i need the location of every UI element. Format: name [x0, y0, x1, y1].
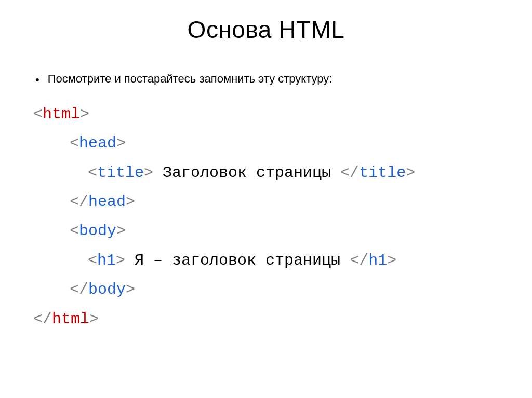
tag-body: body: [79, 222, 116, 240]
angle-open-slash: </: [350, 252, 368, 269]
angle-open-slash: </: [70, 281, 88, 298]
angle-open: <: [70, 222, 79, 240]
code-block: <html> <head> <title> Заголовок страницы…: [21, 100, 511, 334]
tag-h1-close: h1: [368, 252, 387, 269]
angle-close: >: [126, 193, 135, 211]
slide-title: Основа HTML: [21, 16, 511, 44]
angle-close: >: [387, 252, 396, 269]
angle-close: >: [116, 134, 126, 152]
code-line-h1: <h1> Я – заголовок страницы </h1>: [33, 246, 511, 275]
bullet-item: • Посмотрите и постарайтесь запомнить эт…: [21, 72, 511, 88]
angle-open: <: [33, 105, 43, 123]
angle-open: <: [88, 252, 97, 269]
angle-close: >: [144, 164, 153, 182]
code-line-open-body: <body>: [33, 216, 511, 245]
tag-h1: h1: [97, 252, 116, 269]
tag-body-close: body: [88, 281, 126, 298]
angle-close: >: [116, 252, 125, 269]
tag-head-close: head: [88, 193, 126, 211]
code-line-close-head: </head>: [33, 187, 511, 216]
tag-title-close: title: [359, 164, 406, 182]
tag-html: html: [43, 105, 80, 123]
h1-text: Я – заголовок страницы: [125, 252, 350, 269]
angle-open: <: [70, 134, 79, 152]
bullet-text: Посмотрите и постарайтесь запомнить эту …: [48, 72, 332, 86]
angle-open: <: [88, 164, 97, 182]
tag-html-close: html: [52, 310, 89, 328]
angle-close: >: [126, 281, 135, 298]
title-text: Заголовок страницы: [153, 164, 340, 182]
code-line-title: <title> Заголовок страницы </title>: [33, 158, 511, 187]
code-line-open-html: <html>: [33, 100, 511, 129]
tag-head: head: [79, 134, 116, 152]
code-line-open-head: <head>: [33, 129, 511, 158]
angle-close: >: [406, 164, 415, 182]
angle-open-slash: </: [33, 310, 52, 328]
bullet-marker: •: [35, 72, 39, 88]
tag-title: title: [97, 164, 144, 182]
angle-close: >: [89, 310, 99, 328]
angle-close: >: [80, 105, 89, 123]
code-line-close-html: </html>: [33, 305, 511, 334]
angle-open-slash: </: [70, 193, 88, 211]
angle-close: >: [116, 222, 126, 240]
angle-open-slash: </: [340, 164, 359, 182]
code-line-close-body: </body>: [33, 275, 511, 304]
